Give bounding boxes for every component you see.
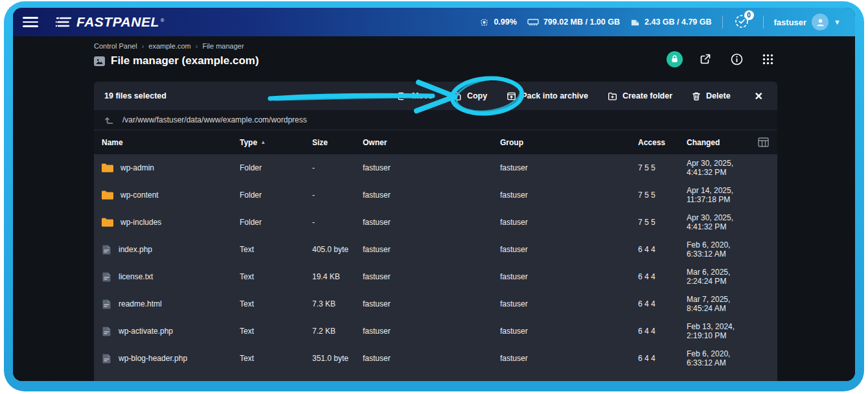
file-access: 6 4 4 [638, 245, 687, 254]
disk-usage-stat: 2.43 GB / 4.79 GB [630, 17, 712, 27]
file-name: wp-activate.php [119, 327, 173, 336]
trash-icon [692, 91, 701, 101]
navbar-divider [763, 16, 764, 29]
move-button[interactable]: Move [390, 87, 440, 105]
file-size: 19.4 KB [312, 272, 363, 281]
table-row[interactable]: wp-content Folder - fastuser fastuser 7 … [94, 181, 777, 209]
top-navbar: FASTPANEL ® 0.99% 799.02 MB / 1.00 [13, 8, 855, 36]
file-changed: Feb 6, 2020, 6:33:12 AM [687, 240, 758, 259]
breadcrumb-control-panel[interactable]: Control Panel [94, 42, 137, 50]
create-folder-button[interactable]: Create folder [600, 87, 680, 105]
file-table-body: wp-admin Folder - fastuser fastuser 7 5 … [94, 154, 777, 381]
folder-icon [102, 191, 113, 200]
file-icon [102, 272, 111, 282]
column-header-name[interactable]: Name [102, 138, 240, 147]
file-icon [102, 354, 111, 364]
page-title: File manager (example.com) [111, 54, 259, 67]
file-changed: Apr 14, 2025, 11:37:18 PM [687, 186, 758, 204]
file-type: Text [240, 245, 312, 254]
breadcrumb-site[interactable]: example.com [148, 42, 190, 50]
column-header-group[interactable]: Group [500, 138, 638, 147]
file-access: 6 4 4 [638, 272, 687, 281]
breadcrumb: Control Panel › example.com › File manag… [94, 42, 244, 50]
file-type: Text [240, 272, 312, 281]
create-folder-icon [608, 91, 617, 101]
column-header-owner[interactable]: Owner [363, 138, 500, 147]
menu-icon[interactable] [19, 12, 41, 32]
file-size: - [312, 191, 363, 200]
file-group: fastuser [500, 191, 638, 200]
table-header: Name Type▲ Size Owner Group Access Chang… [94, 130, 777, 154]
user-menu[interactable]: fastuser ▼ [774, 14, 841, 30]
file-group: fastuser [500, 354, 638, 363]
fastpanel-logo[interactable]: FASTPANEL ® [56, 14, 165, 30]
table-row[interactable]: readme.html Text 7.3 KB fastuser fastuse… [94, 290, 777, 318]
info-icon[interactable] [728, 51, 745, 67]
file-size: 7.3 KB [312, 299, 363, 308]
file-access: 6 4 4 [638, 354, 687, 363]
cpu-value: 0.99% [494, 17, 516, 27]
copy-button[interactable]: Copy [445, 87, 494, 105]
create-folder-label: Create folder [622, 91, 672, 100]
ram-usage-stat: 799.02 MB / 1.00 GB [527, 17, 620, 27]
file-type: Folder [240, 191, 312, 200]
close-selection-button[interactable]: ✕ [749, 87, 768, 105]
file-owner: fastuser [363, 272, 500, 281]
external-link-icon[interactable] [697, 51, 714, 67]
move-icon [397, 91, 407, 101]
disk-icon [630, 17, 640, 27]
file-size: 7.2 KB [312, 327, 363, 336]
file-name: readme.html [119, 299, 162, 308]
file-changed: Apr 30, 2025, 4:41:32 PM [687, 159, 758, 177]
file-type: Text [240, 327, 312, 336]
folder-icon [102, 218, 113, 227]
file-access: 7 5 5 [638, 218, 687, 227]
file-owner: fastuser [363, 163, 500, 172]
file-owner: fastuser [363, 191, 500, 200]
delete-label: Delete [706, 91, 731, 100]
disk-value: 2.43 GB / 4.79 GB [645, 17, 712, 27]
cpu-usage-stat: 0.99% [479, 17, 516, 27]
pack-into-archive-button[interactable]: Pack into archive [499, 87, 595, 105]
cpu-icon [479, 17, 489, 27]
table-row[interactable]: index.php Text 405.0 byte fastuser fastu… [94, 236, 777, 263]
tasks-count-badge: 0 [744, 10, 754, 20]
breadcrumb-file-manager[interactable]: File manager [202, 42, 244, 50]
table-row[interactable]: wp-activate.php Text 7.2 KB fastuser fas… [94, 318, 777, 345]
file-group: fastuser [500, 245, 638, 254]
apps-grid-icon[interactable] [759, 51, 776, 67]
file-size: - [312, 218, 363, 227]
selection-count-label: 19 files selected [104, 91, 166, 100]
file-owner: fastuser [363, 327, 500, 336]
delete-button[interactable]: Delete [685, 87, 738, 105]
current-path[interactable]: /var/www/fastuser/data/www/example.com/w… [122, 115, 307, 124]
file-owner: fastuser [363, 245, 500, 254]
file-group: fastuser [500, 327, 638, 336]
file-owner: fastuser [363, 218, 500, 227]
file-type: Folder [240, 163, 312, 172]
logo-text: FASTPANEL [76, 14, 159, 30]
file-changed: Apr 30, 2025, 4:41:32 PM [687, 213, 758, 231]
copy-icon [452, 91, 462, 101]
tasks-button[interactable]: 0 [733, 13, 753, 31]
file-group: fastuser [500, 299, 638, 308]
lock-badge-button[interactable] [667, 51, 683, 67]
navbar-divider [722, 16, 723, 29]
column-header-type[interactable]: Type▲ [240, 138, 312, 147]
file-group: fastuser [500, 218, 638, 227]
columns-settings-icon[interactable] [758, 137, 777, 147]
fastpanel-window: FASTPANEL ® 0.99% 799.02 MB / 1.00 [13, 8, 855, 381]
table-row[interactable]: license.txt Text 19.4 KB fastuser fastus… [94, 263, 777, 290]
column-header-size[interactable]: Size [312, 138, 363, 147]
file-name: wp-blog-header.php [119, 354, 187, 363]
screenshot-stage: FASTPANEL ® 0.99% 799.02 MB / 1.00 [0, 0, 868, 394]
up-directory-button[interactable] [104, 115, 114, 125]
table-row[interactable]: wp-blog-header.php Text 351.0 byte fastu… [94, 345, 777, 372]
file-access: 6 4 4 [638, 327, 687, 336]
table-row[interactable]: wp-admin Folder - fastuser fastuser 7 5 … [94, 154, 777, 181]
table-row[interactable]: wp-includes Folder - fastuser fastuser 7… [94, 209, 777, 236]
file-icon [102, 299, 111, 309]
ram-icon [527, 17, 539, 27]
column-header-access[interactable]: Access [638, 138, 687, 147]
column-header-changed[interactable]: Changed [687, 138, 758, 147]
